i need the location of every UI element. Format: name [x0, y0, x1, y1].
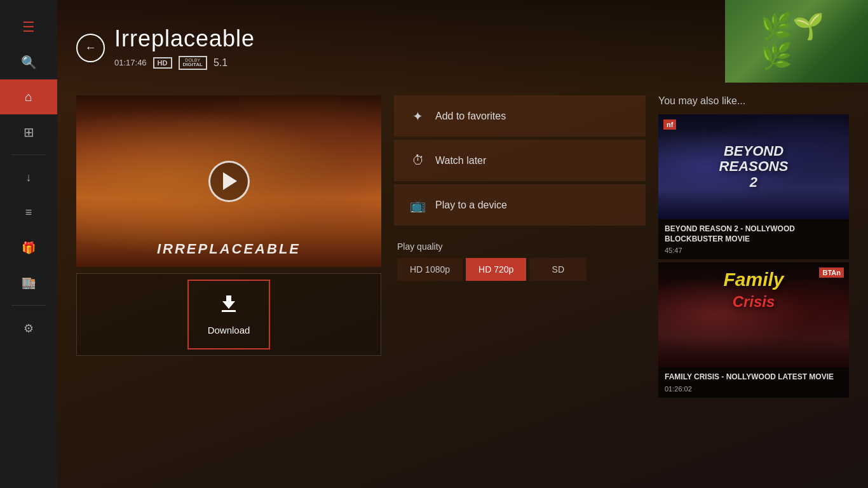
- header: ← Irreplaceable 01:17:46 HD DOLBY DIGITA…: [57, 0, 868, 95]
- back-button[interactable]: ←: [76, 34, 105, 62]
- poster-title-text: IrreplAceAble: [76, 241, 381, 257]
- sidebar-item-home[interactable]: ⌂: [0, 79, 57, 114]
- add-favorites-label: Add to favorites: [435, 111, 506, 122]
- download-button[interactable]: Download: [187, 280, 271, 349]
- middle-panel: ✦ Add to favorites ⏱ Watch later 📺 Play …: [394, 95, 646, 475]
- quality-sd[interactable]: SD: [529, 258, 587, 281]
- sidebar-item-gifts[interactable]: 🎁: [0, 230, 57, 265]
- movie-meta: 01:17:46 HD DOLBY DIGITAL 5.1: [114, 56, 255, 70]
- surround-sound: 5.1: [214, 57, 227, 69]
- title-block: Irreplaceable 01:17:46 HD DOLBY DIGITAL …: [114, 25, 255, 70]
- rec-thumb-1: BEYONDREASONS2 nf: [658, 114, 849, 219]
- quality-label: Play quality: [397, 241, 642, 252]
- download-section: Download: [76, 273, 381, 356]
- add-to-favorites-button[interactable]: ✦ Add to favorites: [394, 95, 646, 137]
- rec-badge-1: nf: [663, 119, 676, 130]
- rec-duration-1: 45:47: [665, 247, 843, 254]
- watch-later-icon: ⏱: [410, 153, 426, 168]
- rec-title-1: BEYOND REASON 2 - NOLLYWOOD BLOCKBUSTER …: [665, 224, 843, 244]
- sidebar-item-search[interactable]: 🔍: [0, 44, 57, 79]
- play-device-label: Play to a device: [435, 200, 507, 211]
- rec-title-2: FAMILY CRISIS - NOLLYWOOD LATEST MOVIE: [665, 372, 843, 383]
- list-icon: ≡: [25, 206, 32, 219]
- recommendation-item-2[interactable]: FamilyCrisis BTAn FAMILY CRISIS - NOLLYW…: [658, 262, 849, 398]
- hd-badge: HD: [153, 57, 172, 69]
- right-panel: You may also like... BEYONDREASONS2 nf B…: [658, 95, 849, 475]
- play-to-device-button[interactable]: 📺 Play to a device: [394, 184, 646, 226]
- rec-duration-2: 01:26:02: [665, 385, 843, 393]
- svg-marker-1: [222, 295, 235, 309]
- quality-hd1080[interactable]: HD 1080p: [397, 258, 463, 281]
- sidebar-item-menu[interactable]: ☰: [0, 10, 57, 44]
- recommendation-item-1[interactable]: BEYONDREASONS2 nf BEYOND REASON 2 - NOLL…: [658, 114, 849, 259]
- svg-rect-0: [222, 310, 236, 312]
- recommendations-title: You may also like...: [658, 95, 849, 107]
- download-nav-icon: ↓: [26, 171, 32, 184]
- movie-duration: 01:17:46: [114, 58, 147, 67]
- rec-thumb-visual-2: FamilyCrisis: [658, 262, 849, 367]
- preview-thumb-image: [725, 0, 868, 83]
- rec-thumb-2: FamilyCrisis BTAn: [658, 262, 849, 367]
- hd720-label: HD 720p: [478, 264, 513, 274]
- main-content: ← Irreplaceable 01:17:46 HD DOLBY DIGITA…: [57, 0, 868, 488]
- quality-buttons: HD 1080p HD 720p SD: [397, 258, 642, 281]
- rec-thumb-text-1: BEYONDREASONS2: [713, 137, 795, 196]
- sidebar-divider-1: [11, 154, 46, 155]
- sidebar-item-library[interactable]: ⊞: [0, 114, 57, 149]
- rec-thumb-visual-1: BEYONDREASONS2: [658, 114, 849, 219]
- favorites-icon: ✦: [410, 109, 426, 124]
- gift-icon: 🎁: [22, 241, 36, 255]
- library-icon: ⊞: [24, 125, 34, 140]
- quality-hd720[interactable]: HD 720p: [466, 258, 526, 281]
- play-device-icon: 📺: [410, 198, 426, 213]
- sidebar-divider-2: [11, 305, 46, 306]
- menu-icon: ☰: [22, 19, 35, 36]
- dolby-bottom: DIGITAL: [183, 62, 203, 68]
- rec-badge-2: BTAn: [819, 268, 844, 278]
- sidebar-item-store[interactable]: 🏬: [0, 265, 57, 300]
- rec-info-1: BEYOND REASON 2 - NOLLYWOOD BLOCKBUSTER …: [658, 219, 849, 259]
- search-icon: 🔍: [21, 55, 37, 70]
- back-icon: ←: [85, 41, 97, 55]
- home-icon: ⌂: [25, 90, 32, 104]
- hd1080-label: HD 1080p: [410, 264, 450, 274]
- download-label: Download: [208, 325, 250, 336]
- sd-label: SD: [552, 264, 564, 274]
- watch-later-label: Watch later: [435, 155, 486, 166]
- left-panel: IrreplAceAble Download: [76, 95, 381, 475]
- watch-later-button[interactable]: ⏱ Watch later: [394, 140, 646, 181]
- download-icon: [219, 294, 239, 318]
- movie-title: Irreplaceable: [114, 25, 255, 52]
- content-area: IrreplAceAble Download ✦ Add to fa: [57, 95, 868, 488]
- movie-poster[interactable]: IrreplAceAble: [76, 95, 381, 267]
- settings-icon: ⚙: [24, 322, 34, 336]
- store-icon: 🏬: [22, 276, 36, 290]
- sidebar-item-settings[interactable]: ⚙: [0, 311, 57, 346]
- quality-section: Play quality HD 1080p HD 720p SD: [394, 241, 646, 281]
- sidebar: ☰ 🔍 ⌂ ⊞ ↓ ≡ 🎁 🏬 ⚙: [0, 0, 57, 488]
- preview-thumbnail[interactable]: [725, 0, 868, 83]
- sidebar-item-downloads[interactable]: ↓: [0, 160, 57, 195]
- sidebar-item-list[interactable]: ≡: [0, 195, 57, 230]
- rec-info-2: FAMILY CRISIS - NOLLYWOOD LATEST MOVIE 0…: [658, 367, 849, 398]
- play-button[interactable]: [208, 161, 250, 202]
- dolby-badge: DOLBY DIGITAL: [179, 56, 207, 70]
